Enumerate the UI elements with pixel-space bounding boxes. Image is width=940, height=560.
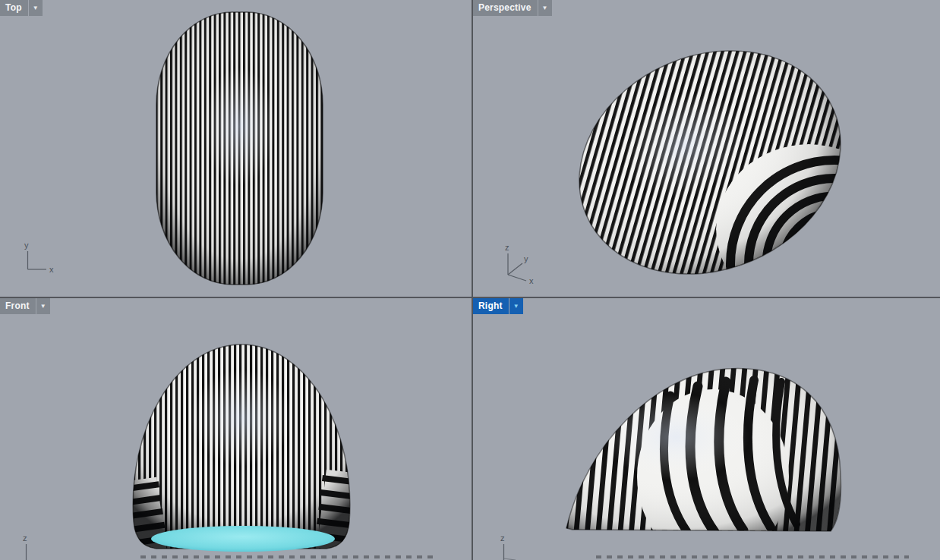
- viewport-menu-button[interactable]: ▼: [36, 298, 50, 314]
- axis-label-x: x: [49, 265, 54, 274]
- viewport-grid: y x Top ▼: [0, 0, 940, 560]
- axis-label-z: z: [505, 243, 509, 252]
- ground-stripe-reflection: [596, 555, 909, 558]
- chevron-down-icon: ▼: [33, 5, 39, 11]
- axis-indicator: z y x: [494, 241, 547, 285]
- viewport-label-front[interactable]: Front: [0, 298, 36, 314]
- viewport-title-bar: Perspective ▼: [473, 0, 552, 16]
- zebra-surface-front-view[interactable]: [0, 298, 472, 560]
- axis-indicator: y x: [18, 238, 61, 278]
- axis-indicator: z: [17, 530, 47, 560]
- viewport-menu-button[interactable]: ▼: [509, 298, 523, 314]
- viewport-title-bar: Right ▼: [473, 298, 523, 314]
- viewport-label-perspective[interactable]: Perspective: [473, 0, 538, 16]
- viewport-menu-button[interactable]: ▼: [538, 0, 552, 16]
- zebra-surface-top-view[interactable]: [0, 0, 472, 297]
- axis-label-x: x: [529, 276, 534, 285]
- zebra-object[interactable]: [566, 369, 841, 560]
- chevron-down-icon: ▼: [40, 303, 46, 310]
- axis-label-y: y: [24, 241, 29, 250]
- viewport-right[interactable]: z Right ▼: [473, 298, 940, 560]
- viewport-label-top[interactable]: Top: [0, 0, 28, 16]
- viewport-menu-button[interactable]: ▼: [29, 0, 43, 16]
- zebra-object[interactable]: [120, 344, 364, 554]
- viewport-title-bar: Front ▼: [0, 298, 50, 314]
- viewport-title-bar: Top ▼: [0, 0, 43, 16]
- axis-label-z: z: [23, 533, 27, 543]
- chevron-down-icon: ▼: [513, 303, 519, 310]
- ground-stripe-reflection: [140, 555, 438, 558]
- axis-label-y: y: [524, 254, 528, 263]
- axis-label-z: z: [500, 533, 505, 543]
- viewport-top[interactable]: y x Top ▼: [0, 0, 472, 297]
- viewport-front[interactable]: z Front ▼: [0, 298, 472, 560]
- chevron-down-icon: ▼: [542, 5, 548, 11]
- axis-indicator: z: [494, 530, 529, 560]
- zebra-surface-right-view[interactable]: [473, 298, 940, 560]
- zebra-object[interactable]: [156, 12, 323, 285]
- viewport-perspective[interactable]: z y x Perspective ▼: [473, 0, 940, 297]
- surface-interior: [151, 526, 335, 552]
- viewport-label-right[interactable]: Right: [473, 298, 509, 314]
